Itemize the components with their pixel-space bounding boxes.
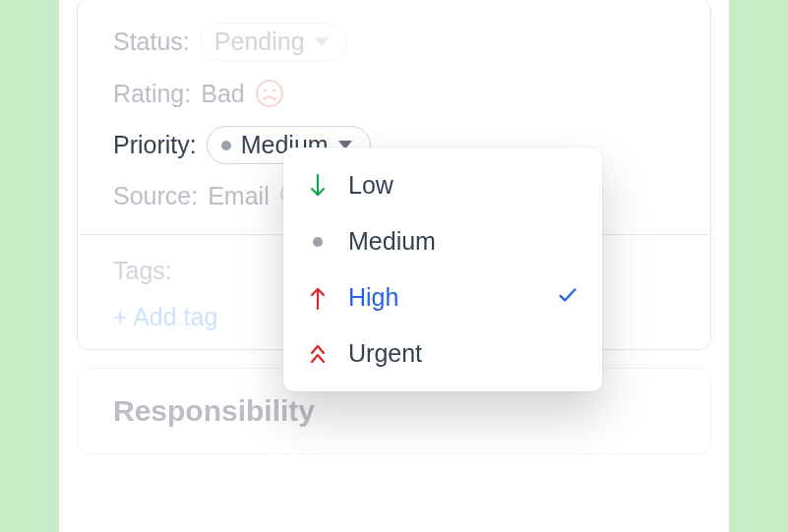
priority-option-label: Medium: [348, 227, 578, 256]
check-icon: [557, 283, 578, 312]
priority-option-high[interactable]: High: [283, 269, 602, 325]
priority-option-low[interactable]: Low: [283, 157, 602, 213]
sad-face-icon: [255, 79, 284, 108]
svg-point-2: [272, 89, 275, 92]
double-arrow-up-icon: [307, 341, 329, 367]
arrow-up-icon: [307, 285, 329, 311]
arrow-down-icon: [307, 173, 329, 199]
rating-label: Rating:: [113, 80, 191, 108]
status-value: Pending: [214, 28, 305, 56]
dot-icon: [307, 237, 329, 247]
source-value: Email: [208, 182, 270, 210]
svg-point-0: [257, 81, 282, 106]
source-label: Source:: [113, 182, 198, 210]
status-chip[interactable]: Pending: [200, 23, 347, 61]
rating-value: Bad: [201, 80, 244, 108]
priority-option-medium[interactable]: Medium: [283, 213, 602, 269]
chevron-down-icon: [315, 37, 329, 46]
priority-label: Priority:: [113, 131, 197, 159]
tags-label: Tags:: [113, 257, 172, 285]
priority-option-label: Urgent: [348, 339, 578, 368]
priority-dropdown: Low Medium High: [283, 148, 602, 391]
svg-point-1: [263, 89, 267, 92]
responsibility-heading: Responsibility: [113, 394, 675, 428]
rating-field: Rating: Bad: [113, 79, 675, 108]
status-field: Status: Pending: [113, 23, 675, 61]
priority-option-label: Low: [348, 171, 578, 200]
priority-option-label: High: [348, 283, 537, 312]
priority-option-urgent[interactable]: Urgent: [283, 325, 602, 382]
status-label: Status:: [113, 28, 190, 56]
dot-icon: [221, 141, 231, 150]
form-card: Status: Pending Rating: Bad Priority:: [59, 0, 729, 532]
add-tag-link[interactable]: + Add tag: [113, 303, 217, 330]
